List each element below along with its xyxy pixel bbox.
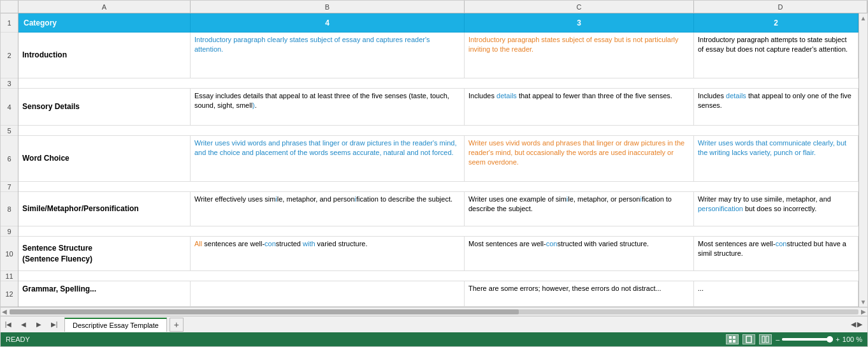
svg-rect-5: [762, 336, 765, 343]
tab-nav-last[interactable]: ▶|: [48, 318, 61, 331]
status-bar: READY – + 100 %: [1, 332, 867, 346]
score4-cell: Writer effectively uses simile, metaphor…: [191, 192, 465, 226]
header-score4: 4: [191, 13, 465, 33]
header-row: Category 4 3 2: [18, 13, 858, 33]
score4-cell: Introductory paragraph clearly states su…: [191, 33, 465, 78]
sheet-tab-descriptive[interactable]: Descriptive Essay Template: [64, 318, 167, 332]
page-break-button[interactable]: [759, 334, 772, 344]
cell-text: Introductory paragraph states subject of…: [468, 36, 679, 53]
spacer-row-5: [18, 126, 858, 136]
add-sheet-button[interactable]: +: [170, 318, 184, 332]
row-num-10: 10: [1, 237, 18, 271]
score2-cell: Most sentences are well-constructed but …: [694, 237, 858, 270]
tab-bar-right: ◀ ▶: [851, 320, 867, 329]
category-line1: Sentence Structure: [22, 243, 92, 253]
score3-cell: Writer uses one example of simile, metap…: [465, 192, 694, 226]
cell-text: Writer uses vivid words and phrases that…: [468, 139, 684, 166]
row-num-3: 3: [1, 78, 18, 89]
score3-cell: There are some errors; however, these er…: [465, 281, 694, 306]
zoom-slider[interactable]: [782, 338, 833, 341]
scroll-arrows: ◀ ▶: [851, 320, 862, 329]
cell-text: Writer uses vivid words and phrases that…: [194, 139, 457, 156]
row-num-12: 12: [1, 281, 18, 307]
cell-text: Most sentences are well-constructed but …: [698, 240, 846, 257]
table-row: Sensory Details Essay includes details t…: [18, 89, 858, 126]
spacer-row-11: [18, 271, 858, 281]
category-cell: Word Choice: [18, 136, 191, 181]
page-layout-button[interactable]: [742, 334, 755, 344]
table-row: Grammar, Spelling... There are some erro…: [18, 281, 858, 307]
score3-cell: Most sentences are well-constructed with…: [465, 237, 694, 270]
row-num-1: 1: [1, 13, 18, 33]
spreadsheet-container: A B C D 1 2 3 4 5 6 7 8 9 10 11 12: [0, 0, 868, 347]
svg-rect-2: [729, 340, 732, 343]
row-num-4: 4: [1, 89, 18, 126]
outer-wrapper: 1 2 3 4 5 6 7 8 9 10 11 12 Category 4 3: [1, 13, 867, 346]
content-area: Category 4 3 2 Introduction Introductory…: [18, 13, 858, 307]
main-area: 1 2 3 4 5 6 7 8 9 10 11 12 Category 4 3: [1, 13, 867, 307]
status-bar-right: – + 100 %: [726, 334, 862, 344]
normal-view-button[interactable]: [726, 334, 739, 344]
svg-rect-6: [766, 336, 769, 343]
header-category: Category: [18, 13, 191, 33]
category-cell: Sentence Structure (Sentence Fluency): [18, 237, 191, 270]
tab-bar: |◀ ◀ ▶ ▶| Descriptive Essay Template + ◀…: [1, 316, 867, 332]
row-num-11: 11: [1, 271, 18, 281]
cell-text: Introductory paragraph clearly states su…: [194, 36, 430, 53]
zoom-plus-button[interactable]: +: [835, 336, 839, 343]
cell-text: All sentences are well-constructed with …: [194, 240, 367, 247]
svg-rect-0: [729, 336, 732, 339]
column-headers: A B C D: [1, 1, 867, 13]
cell-text: Writer may try to use simile, metaphor, …: [698, 195, 831, 212]
cell-text: Includes details that appeal to fewer th…: [468, 92, 672, 100]
cell-text: Writer uses words that communicate clear…: [698, 139, 846, 156]
row-num-9: 9: [1, 226, 18, 237]
data-rows: Introduction Introductory paragraph clea…: [18, 33, 858, 307]
score4-cell: Essay includes details that appeal to at…: [191, 89, 465, 125]
page-icon: [745, 336, 753, 343]
col-header-c[interactable]: C: [465, 1, 694, 13]
scroll-left-icon[interactable]: ◀: [851, 320, 856, 329]
svg-rect-3: [733, 340, 735, 343]
score3-cell: Introductory paragraph states subject of…: [465, 33, 694, 78]
header-score2: 2: [694, 13, 858, 33]
score4-cell: All sentences are well-constructed with …: [191, 237, 465, 270]
score3-cell: Writer uses vivid words and phrases that…: [465, 136, 694, 181]
score2-cell: Writer uses words that communicate clear…: [694, 136, 858, 181]
ready-label: READY: [6, 336, 30, 343]
spacer-row-3: [18, 78, 858, 89]
score2-cell: Introductory paragraph attempts to state…: [694, 33, 858, 78]
cell-text: Includes details that appeal to only one…: [698, 92, 851, 109]
svg-rect-1: [733, 336, 735, 339]
tab-nav-prev[interactable]: ◀: [17, 318, 30, 331]
col-header-b[interactable]: B: [191, 1, 465, 13]
spacer-row-9: [18, 226, 858, 237]
cell-text: Writer uses one example of simile, metap…: [468, 195, 672, 212]
col-header-a[interactable]: A: [18, 1, 191, 13]
cell-text: Essay includes details that appeal to at…: [194, 92, 449, 109]
tab-nav-first[interactable]: |◀: [2, 318, 15, 331]
spacer-row-7: [18, 182, 858, 192]
score2-cell: Includes details that appeal to only one…: [694, 89, 858, 125]
category-cell: Simile/Metaphor/Personification: [18, 192, 191, 226]
vertical-scrollbar[interactable]: ▲ ▼: [858, 13, 867, 307]
table-row: Simile/Metaphor/Personification Writer e…: [18, 192, 858, 226]
tab-nav-next[interactable]: ▶: [33, 318, 45, 331]
row-numbers: 1 2 3 4 5 6 7 8 9 10 11 12: [1, 13, 18, 307]
cell-text: Writer effectively uses simile, metaphor…: [194, 195, 452, 203]
category-cell: Introduction: [18, 33, 191, 78]
category-cell: Grammar, Spelling...: [18, 281, 191, 306]
row-num-7: 7: [1, 182, 18, 192]
scroll-right-icon[interactable]: ▶: [857, 320, 862, 329]
col-header-d[interactable]: D: [694, 1, 867, 13]
row-num-2: 2: [1, 33, 18, 78]
zoom-minus-button[interactable]: –: [776, 336, 779, 343]
grid-icon: [728, 336, 736, 343]
zoom-controls: – + 100 %: [776, 336, 862, 343]
score4-cell: Writer uses vivid words and phrases that…: [191, 136, 465, 181]
score3-cell: Includes details that appeal to fewer th…: [465, 89, 694, 125]
table-row: Introduction Introductory paragraph clea…: [18, 33, 858, 78]
svg-rect-4: [746, 336, 751, 343]
horizontal-scrollbar[interactable]: ◀ ▶: [1, 307, 867, 316]
header-score3: 3: [465, 13, 694, 33]
